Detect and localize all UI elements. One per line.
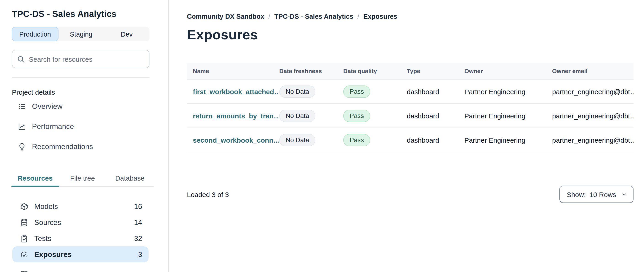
table-row: first_workbook_attached… No Data Pass da…: [187, 80, 634, 104]
env-tab-dev[interactable]: Dev: [104, 27, 150, 41]
sidebar: TPC-DS - Sales Analytics Production Stag…: [0, 0, 169, 272]
data-freshness-badge: No Data: [279, 134, 316, 146]
exposure-name-link[interactable]: return_amounts_by_tran…: [193, 112, 279, 120]
tab-file-tree[interactable]: File tree: [59, 172, 106, 186]
search-icon: [17, 55, 25, 63]
clipboard-check-icon: [20, 234, 28, 242]
sidebar-item-performance[interactable]: Performance: [6, 119, 168, 134]
sidebar-item-label: Recommendations: [32, 143, 93, 151]
exposure-type: dashboard: [407, 136, 464, 144]
exposure-owner: Partner Engineering: [464, 88, 552, 95]
sidebar-item-overview[interactable]: Overview: [6, 99, 168, 114]
sidebar-item-exposures[interactable]: Exposures 3: [12, 246, 148, 262]
table-row: return_amounts_by_tran… No Data Pass das…: [187, 104, 634, 128]
truncation-ellipsis: …: [274, 88, 279, 95]
resource-list: Models 16 Sources 14 Tests 32: [12, 198, 148, 272]
column-header-data-quality: Data quality: [343, 68, 407, 74]
env-tab-production[interactable]: Production: [12, 27, 58, 41]
rows-per-page-value: 10 Rows: [590, 190, 616, 198]
exposure-owner-email: partner_engineering@dbt…: [552, 136, 634, 144]
resource-count: 32: [134, 234, 142, 242]
column-header-name: Name: [187, 68, 279, 74]
database-icon: [20, 218, 28, 226]
exposure-owner: Partner Engineering: [464, 112, 552, 120]
exposures-table: Name Data freshness Data quality Type Ow…: [187, 63, 634, 152]
exposure-name-link[interactable]: second_workbook_conn…: [193, 136, 279, 144]
table-footer: Loaded 3 of 3 Show: 10 Rows: [187, 186, 634, 203]
data-quality-badge: Pass: [343, 110, 370, 122]
exposure-name-link[interactable]: first_workbook_attached…: [193, 88, 279, 95]
sidebar-item-partial[interactable]: [12, 266, 148, 272]
exposure-owner: Partner Engineering: [464, 136, 552, 144]
main-content: Community DX Sandbox / TPC-DS - Sales An…: [169, 0, 644, 272]
rows-per-page-dropdown[interactable]: Show: 10 Rows: [560, 186, 634, 203]
column-header-type: Type: [407, 68, 464, 74]
sidebar-item-models[interactable]: Models 16: [12, 198, 148, 214]
gauge-icon: [20, 250, 28, 258]
resource-count: 14: [134, 218, 142, 226]
resource-item-label: Exposures: [34, 250, 72, 258]
search-box[interactable]: [12, 50, 150, 68]
chevron-down-icon: [621, 191, 627, 197]
list-icon: [18, 102, 26, 111]
cube-icon: [20, 202, 28, 210]
table-row: second_workbook_conn… No Data Pass dashb…: [187, 128, 634, 152]
sidebar-item-recommendations[interactable]: Recommendations: [6, 139, 168, 154]
exposure-owner-email: partner_engineering@dbt…: [552, 112, 634, 120]
exposure-owner-email: partner_engineering@dbt…: [552, 88, 634, 95]
exposure-type: dashboard: [407, 88, 464, 95]
sidebar-item-tests[interactable]: Tests 32: [12, 230, 148, 246]
resource-item-label: Sources: [34, 218, 61, 226]
data-quality-badge: Pass: [343, 85, 370, 98]
data-quality-badge: Pass: [343, 134, 370, 146]
sidebar-item-label: Performance: [32, 122, 74, 131]
data-freshness-badge: No Data: [279, 110, 316, 122]
resource-count: 3: [138, 250, 142, 258]
loaded-status: Loaded 3 of 3: [187, 190, 229, 198]
tab-database[interactable]: Database: [106, 172, 154, 186]
project-details-nav: Overview Performance Recommendations: [6, 99, 168, 154]
dbt-explorer-app: TPC-DS - Sales Analytics Production Stag…: [0, 0, 644, 272]
project-title: TPC-DS - Sales Analytics: [12, 9, 168, 19]
resource-item-label: Tests: [34, 234, 52, 242]
data-freshness-badge: No Data: [279, 85, 316, 98]
page-title: Exposures: [187, 27, 634, 42]
search-input[interactable]: [29, 55, 144, 63]
breadcrumb-separator: /: [358, 13, 359, 20]
sidebar-divider: [12, 77, 150, 78]
lightbulb-icon: [18, 143, 26, 151]
table-body: first_workbook_attached… No Data Pass da…: [187, 80, 634, 152]
sidebar-item-label: Overview: [32, 102, 62, 111]
show-label: Show:: [567, 190, 586, 198]
table-header-row: Name Data freshness Data quality Type Ow…: [187, 63, 634, 80]
truncation-ellipsis: …: [274, 112, 279, 120]
truncation-ellipsis: …: [273, 136, 279, 144]
project-details-label: Project details: [12, 88, 168, 96]
column-header-owner-email: Owner email: [552, 68, 634, 74]
chart-line-icon: [18, 122, 26, 131]
breadcrumb-separator: /: [268, 13, 270, 20]
column-header-data-freshness: Data freshness: [279, 68, 343, 74]
breadcrumb-account[interactable]: Community DX Sandbox: [187, 13, 264, 20]
env-tab-staging[interactable]: Staging: [58, 27, 104, 41]
breadcrumb-project[interactable]: TPC-DS - Sales Analytics: [274, 13, 353, 20]
environment-switcher: Production Staging Dev: [12, 27, 150, 41]
resource-tabs: Resources File tree Database: [12, 172, 154, 187]
resource-item-label: Models: [34, 202, 58, 210]
tab-resources[interactable]: Resources: [12, 172, 59, 186]
sidebar-item-sources[interactable]: Sources 14: [12, 214, 148, 230]
breadcrumb-current: Exposures: [363, 13, 397, 20]
grid-icon: [20, 270, 28, 272]
column-header-owner: Owner: [464, 68, 552, 74]
exposure-type: dashboard: [407, 112, 464, 120]
breadcrumb: Community DX Sandbox / TPC-DS - Sales An…: [187, 13, 634, 20]
resource-count: 16: [134, 202, 142, 210]
